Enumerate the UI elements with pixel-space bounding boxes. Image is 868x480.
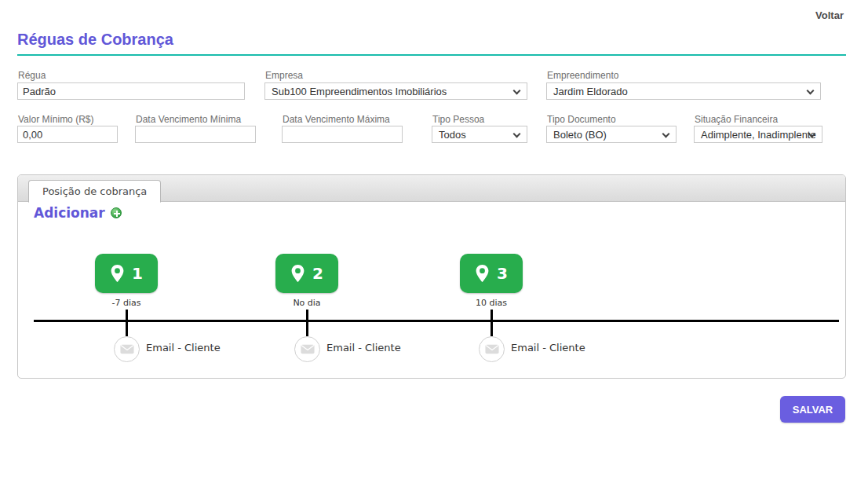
situacao-financeira-label: Situação Financeira — [695, 114, 778, 125]
save-button[interactable]: SALVAR — [780, 396, 845, 423]
tipo-documento-label: Tipo Documento — [547, 114, 616, 125]
situacao-financeira-select[interactable]: Adimplente, Inadimplente — [694, 126, 822, 143]
timeline-marker[interactable]: 3 — [460, 254, 523, 293]
tipo-pessoa-selected-value: Todos — [439, 129, 466, 141]
envelope-icon — [294, 336, 320, 362]
envelope-icon — [479, 336, 505, 362]
timeline-action-label: Email - Cliente — [146, 342, 221, 354]
timeline-marker[interactable]: 2 — [275, 254, 338, 293]
valor-minimo-label: Valor Mínimo (R$) — [18, 114, 93, 125]
data-vencimento-minima-input[interactable] — [135, 126, 256, 143]
data-vencimento-minima-label: Data Vencimento Mínima — [136, 114, 241, 125]
back-link[interactable]: Voltar — [815, 9, 844, 21]
map-pin-icon — [475, 264, 490, 283]
valor-minimo-input[interactable] — [17, 126, 118, 143]
title-divider — [17, 54, 846, 56]
timeline-marker[interactable]: 1 — [95, 254, 158, 293]
empresa-label: Empresa — [265, 70, 303, 81]
timeline-action-label: Email - Cliente — [326, 342, 401, 354]
adicionar-label: Adicionar — [34, 205, 105, 221]
timeline-tick — [306, 310, 308, 336]
empreendimento-select[interactable]: Jardim Eldorado — [546, 82, 821, 100]
data-vencimento-maxima-input[interactable] — [282, 126, 403, 143]
chevron-down-icon — [807, 87, 815, 95]
posicao-cobranca-panel: Posição de cobrança Adicionar 1 -7 dias … — [17, 174, 846, 379]
marker-number: 3 — [497, 264, 508, 283]
empreendimento-selected-value: Jardim Eldorado — [553, 86, 628, 97]
data-vencimento-maxima-label: Data Vencimento Máxima — [283, 114, 390, 125]
regua-input[interactable] — [17, 82, 245, 100]
envelope-icon — [114, 336, 140, 362]
chevron-down-icon — [662, 130, 670, 138]
tipo-documento-select[interactable]: Boleto (BO) — [546, 126, 677, 143]
timeline-action-label: Email - Cliente — [511, 342, 585, 354]
marker-number: 1 — [132, 264, 143, 283]
map-pin-icon — [110, 264, 125, 283]
timeline-tick — [491, 310, 493, 336]
tipo-documento-selected-value: Boleto (BO) — [553, 129, 607, 141]
reguas-de-cobranca-page: Voltar Réguas de Cobrança Régua Empresa … — [0, 0, 868, 480]
adicionar-button[interactable]: Adicionar — [34, 205, 122, 221]
chevron-down-icon — [513, 87, 521, 95]
tab-strip: Posição de cobrança — [18, 175, 845, 202]
timeline-tick — [126, 310, 128, 336]
empresa-selected-value: Sub100 Empreendimentos Imobiliários — [272, 86, 447, 97]
empreendimento-label: Empreendimento — [547, 70, 618, 81]
marker-when-label: -7 dias — [95, 298, 158, 308]
marker-when-label: No dia — [275, 298, 338, 308]
marker-number: 2 — [312, 264, 323, 283]
chevron-down-icon — [513, 130, 521, 138]
plus-circle-icon — [111, 207, 122, 218]
regua-label: Régua — [18, 70, 46, 81]
tipo-pessoa-label: Tipo Pessoa — [432, 114, 484, 125]
marker-when-label: 10 dias — [460, 298, 523, 308]
empresa-select[interactable]: Sub100 Empreendimentos Imobiliários — [264, 82, 527, 100]
map-pin-icon — [290, 264, 305, 283]
timeline-line — [34, 320, 839, 322]
page-title: Réguas de Cobrança — [17, 31, 173, 49]
situacao-financeira-selected-value: Adimplente, Inadimplente — [701, 129, 816, 141]
tab-posicao-de-cobranca[interactable]: Posição de cobrança — [28, 180, 161, 203]
tipo-pessoa-select[interactable]: Todos — [432, 126, 527, 143]
